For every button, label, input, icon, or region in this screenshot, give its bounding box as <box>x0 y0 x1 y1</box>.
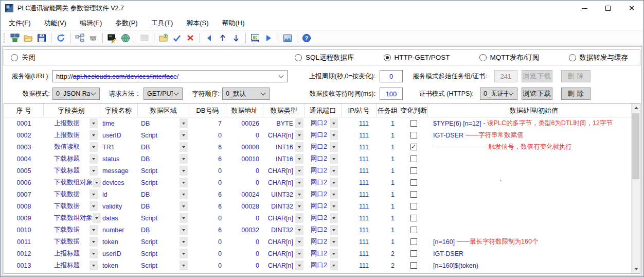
menu-item-tool[interactable]: 工具(T) <box>146 16 179 30</box>
dropdown-button[interactable] <box>180 237 188 247</box>
minimize-button[interactable] <box>573 1 596 16</box>
dropdown-button[interactable] <box>180 118 188 128</box>
dropdown-button[interactable] <box>90 189 98 199</box>
mode-option-mqtt-pub-sub[interactable]: MQTT发布/订阅 <box>479 53 540 62</box>
dropdown-button[interactable] <box>90 154 98 164</box>
dropdown-button[interactable] <box>295 261 303 270</box>
dropdown-button[interactable] <box>90 249 98 258</box>
dropdown-button[interactable] <box>180 249 188 258</box>
dropdown-button[interactable] <box>330 166 338 176</box>
back-arrow-icon[interactable] <box>203 32 216 44</box>
dropdown-button[interactable] <box>180 166 188 176</box>
dropdown-button[interactable] <box>295 237 303 247</box>
refresh-icon[interactable] <box>55 32 67 44</box>
dropdown-button[interactable] <box>330 249 338 258</box>
dropdown-button[interactable] <box>330 142 338 152</box>
maximize-button[interactable] <box>596 1 620 16</box>
report-period-input[interactable]: 0 <box>380 70 403 82</box>
change-detect-checkbox[interactable] <box>410 179 417 186</box>
mode-option-close[interactable]: 关闭 <box>11 53 35 62</box>
dropdown-button[interactable] <box>295 225 303 235</box>
mode-option-data-forward-cache[interactable]: 数据转发与缓存 <box>569 53 629 62</box>
dropdown-button[interactable] <box>90 166 98 176</box>
dropdown-button[interactable] <box>330 237 338 247</box>
mode-option-sql-remote-db[interactable]: SQL远程数据库 <box>295 53 354 62</box>
dropdown-button[interactable] <box>180 154 188 164</box>
plc-table-icon[interactable] <box>138 32 151 44</box>
vertical-scrollbar[interactable] <box>631 103 640 273</box>
dropdown-button[interactable] <box>90 237 98 247</box>
plc-connect-icon[interactable] <box>9 32 21 44</box>
dropdown-button[interactable] <box>295 142 303 152</box>
change-detect-checkbox[interactable] <box>410 167 417 174</box>
server-url-input[interactable]: http://api.heclouds.com/devices/interfac… <box>52 70 288 82</box>
dropdown-button[interactable] <box>330 261 338 270</box>
delete-button-1[interactable]: 删 除 <box>561 70 591 82</box>
qc-monitor-icon[interactable]: QC <box>249 32 261 44</box>
change-detect-checkbox[interactable] <box>410 203 417 210</box>
dropdown-button[interactable] <box>330 225 338 235</box>
scrollbar-thumb[interactable] <box>632 113 639 179</box>
folder-add-icon[interactable] <box>157 32 170 44</box>
dropdown-button[interactable] <box>180 178 188 187</box>
apply-check-icon[interactable] <box>171 32 183 44</box>
dropdown-button[interactable] <box>180 142 188 152</box>
change-detect-checkbox[interactable] <box>410 191 417 198</box>
dropdown-button[interactable] <box>295 178 303 187</box>
change-detect-checkbox[interactable] <box>410 227 417 233</box>
dropdown-button[interactable] <box>180 225 188 235</box>
change-detect-checkbox[interactable] <box>410 215 417 221</box>
change-detect-checkbox[interactable] <box>410 238 417 245</box>
dropdown-button[interactable] <box>180 213 188 223</box>
delete-button-2[interactable]: 删 除 <box>561 88 591 100</box>
browse-download-button-2[interactable]: 浏览下载 <box>522 88 552 100</box>
dropdown-button[interactable] <box>90 225 98 235</box>
data-mode-select[interactable]: 0_JSON Raw <box>52 88 100 100</box>
change-detect-checkbox[interactable] <box>410 262 417 269</box>
dropdown-button[interactable] <box>330 178 338 187</box>
menu-item-function[interactable]: 功能(V) <box>39 16 72 30</box>
globe-icon[interactable] <box>119 32 132 44</box>
dropdown-button[interactable] <box>180 189 188 199</box>
dropdown-button[interactable] <box>295 249 303 258</box>
dropdown-button[interactable] <box>295 189 303 199</box>
dropdown-button[interactable] <box>330 189 338 199</box>
up-arrow-icon[interactable] <box>217 32 229 44</box>
menu-item-script[interactable]: 脚本(S) <box>181 16 214 30</box>
cancel-x-icon[interactable] <box>184 32 196 44</box>
request-method-select[interactable]: GET/PUT <box>144 88 183 100</box>
run-play-icon[interactable] <box>262 32 275 44</box>
menu-item-edit[interactable]: 编辑(E) <box>74 16 108 30</box>
dropdown-button[interactable] <box>330 201 338 211</box>
change-detect-checkbox[interactable] <box>410 155 417 162</box>
change-detect-checkbox[interactable] <box>410 120 417 127</box>
dropdown-button[interactable] <box>295 118 303 128</box>
scroll-up-icon[interactable] <box>632 103 640 112</box>
dropdown-button[interactable] <box>90 261 98 270</box>
menu-item-help[interactable]: 帮助(H) <box>217 16 251 30</box>
dropdown-button[interactable] <box>295 130 303 140</box>
dropdown-button[interactable] <box>295 166 303 176</box>
mode-option-http-get-post[interactable]: HTTP-GET/POST <box>384 53 450 62</box>
image-icon[interactable] <box>281 32 294 44</box>
change-detect-checkbox[interactable] <box>410 250 417 257</box>
network-nodes-icon[interactable] <box>74 32 86 44</box>
dropdown-button[interactable] <box>330 213 338 223</box>
dropdown-button[interactable] <box>330 154 338 164</box>
change-detect-checkbox[interactable] <box>410 132 417 138</box>
dropdown-button[interactable] <box>90 201 98 211</box>
down-arrow-icon[interactable] <box>230 32 242 44</box>
dropdown-button[interactable] <box>90 142 98 152</box>
dropdown-button[interactable] <box>295 201 303 211</box>
dropdown-button[interactable] <box>295 213 303 223</box>
serial-port-icon[interactable] <box>87 32 99 44</box>
open-folder-icon[interactable] <box>22 32 34 44</box>
menu-item-file[interactable]: 文件(F) <box>3 16 37 30</box>
scroll-down-icon[interactable] <box>632 265 640 273</box>
menu-item-param[interactable]: 参数(P) <box>110 16 143 30</box>
cert-mode-select[interactable]: 0_无证书 <box>480 88 517 100</box>
save-icon[interactable] <box>35 32 48 44</box>
dropdown-button[interactable] <box>330 130 338 140</box>
task-group-input[interactable]: 241 <box>494 70 517 82</box>
dropdown-button[interactable] <box>180 261 188 270</box>
